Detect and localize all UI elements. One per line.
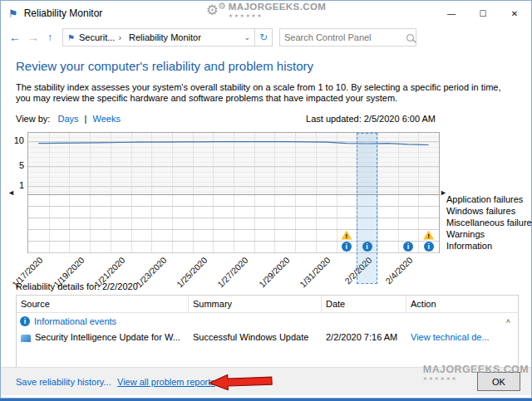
chart-row-line (28, 206, 439, 207)
x-axis-date-label: 1/25/2020 (168, 255, 209, 296)
page-description: The stability index assesses your system… (16, 82, 516, 104)
information-icon: i (20, 316, 30, 326)
view-by-controls: View by: Days | Weeks (16, 114, 121, 124)
selected-day-column[interactable] (357, 133, 377, 284)
warning-icon[interactable]: ! (423, 231, 434, 240)
event-source: Security Intelligence Update for W... (17, 332, 189, 342)
chart-row-line (28, 218, 439, 218)
event-row[interactable]: Security Intelligence Update for W... Su… (17, 329, 518, 345)
ok-button[interactable]: OK (477, 372, 520, 391)
category-row-labels: Application failuresWindows failuresMisc… (446, 193, 532, 252)
navigation-toolbar: ← → ↑ ⚑ Securit... › Reliability Monitor… (1, 26, 531, 50)
view-divider: | (85, 114, 87, 124)
stability-chart[interactable]: !!iiii (27, 132, 440, 253)
information-icon[interactable]: i (342, 242, 352, 252)
x-axis-date-label: 1/31/2020 (291, 255, 332, 296)
minimize-button[interactable]: — (436, 1, 467, 25)
event-summary: Successful Windows Update (189, 332, 322, 342)
windows-update-icon (21, 335, 31, 342)
category-row-label: Windows failures (446, 205, 532, 217)
up-button[interactable]: ↑ (47, 32, 52, 42)
title-bar: ⚑ Reliability Monitor — ☐ ✕ (1, 1, 531, 26)
back-button[interactable]: ← (9, 32, 21, 43)
y-axis-label-5: 5 (6, 160, 24, 170)
details-table-header: Source Summary Date Action (17, 296, 518, 313)
x-axis-date-label: 1/27/2020 (209, 255, 249, 296)
view-by-label: View by: (16, 114, 50, 124)
chart-row-line (28, 229, 439, 230)
breadcrumb-separator-icon: › (118, 32, 121, 42)
forward-button[interactable]: → (27, 32, 39, 43)
view-all-problem-reports-link[interactable]: View all problem reports (117, 377, 215, 387)
category-row-label: Miscellaneous failures (446, 217, 532, 228)
close-button[interactable]: ✕ (499, 1, 530, 25)
breadcrumb-flag-icon: ⚑ (67, 33, 75, 42)
warning-icon[interactable]: ! (341, 231, 352, 240)
scroll-left-arrow-icon[interactable]: ◄ (7, 188, 15, 197)
event-date: 2/2/2020 7:16 AM (322, 332, 406, 342)
information-icon[interactable]: i (403, 242, 413, 252)
window-title: Reliability Monitor (24, 7, 103, 19)
app-flag-icon: ⚑ (8, 8, 18, 19)
maximize-button[interactable]: ☐ (467, 1, 499, 25)
breadcrumb-root[interactable]: Securit... (79, 32, 115, 42)
category-row-label: Information (446, 240, 532, 252)
address-bar[interactable]: ⚑ Securit... › Reliability Monitor ⌄ (62, 28, 255, 46)
red-arrow-annotation (208, 373, 273, 392)
page-title: Review your computer's reliability and p… (16, 59, 313, 73)
view-technical-details-link[interactable]: View technical de... (406, 332, 518, 342)
event-group-row[interactable]: i Informational events ˄ (17, 313, 518, 329)
view-days-link[interactable]: Days (57, 114, 78, 124)
reliability-monitor-window: ⚑ Reliability Monitor — ☐ ✕ ⚙ ⚙ MAJORGEE… (0, 0, 532, 399)
view-weeks-link[interactable]: Weeks (92, 114, 120, 124)
last-updated-text: Last updated: 2/5/2020 6:00 AM (306, 114, 436, 124)
x-axis-date-label: 1/29/2020 (250, 255, 291, 296)
column-header-source[interactable]: Source (17, 296, 189, 312)
search-box[interactable] (279, 28, 416, 46)
refresh-button[interactable]: ↻ (254, 28, 273, 46)
chart-row-line (28, 194, 439, 195)
collapse-chevron-icon[interactable]: ˄ (506, 317, 510, 325)
column-header-date[interactable]: Date (322, 296, 406, 312)
information-icon[interactable]: i (424, 242, 434, 252)
y-axis-label-10: 10 (6, 135, 24, 145)
stability-line (28, 133, 439, 194)
category-row-label: Application failures (446, 193, 532, 205)
search-icon (406, 34, 414, 42)
column-header-summary[interactable]: Summary (189, 296, 322, 312)
chart-row-line (28, 241, 439, 242)
footer-bar: Save reliability history... View all pro… (1, 367, 531, 395)
save-reliability-history-link[interactable]: Save reliability history... (16, 377, 111, 387)
details-title: Reliability details for: 2/2/2020 (16, 281, 138, 291)
event-group-label: Informational events (34, 316, 116, 326)
information-icon[interactable]: i (362, 242, 372, 252)
column-header-action[interactable]: Action (406, 296, 518, 312)
main-content: Review your computer's reliability and p… (1, 49, 531, 372)
search-input[interactable] (280, 32, 406, 42)
breadcrumb-current[interactable]: Reliability Monitor (129, 32, 201, 42)
category-row-label: Warnings (446, 228, 532, 240)
address-dropdown-icon[interactable]: ⌄ (244, 33, 250, 42)
x-axis-date-label: 2/4/2020 (373, 255, 414, 296)
details-table: Source Summary Date Action i Information… (16, 295, 519, 368)
